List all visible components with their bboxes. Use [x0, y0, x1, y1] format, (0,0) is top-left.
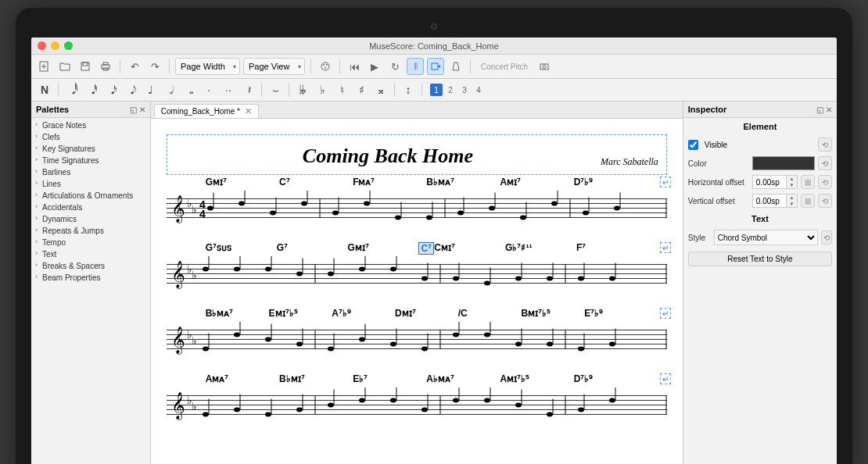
system-break-icon[interactable]: ↵ [660, 308, 671, 319]
print-button[interactable] [97, 58, 114, 75]
h-offset-input[interactable] [752, 175, 787, 189]
note-8th[interactable]: 𝅘𝅥𝅮 [122, 81, 139, 98]
palette-item[interactable]: Dynamics [31, 213, 150, 225]
chord-symbol[interactable]: G♭⁷♯¹¹ [505, 242, 576, 255]
new-file-button[interactable] [36, 58, 53, 75]
palette-item[interactable]: Repeats & Jumps [31, 225, 150, 237]
chord-symbol[interactable]: Fᴍᴀ⁷ [353, 177, 426, 187]
score-composer[interactable]: Marc Sabatella [601, 156, 658, 168]
chord-symbol[interactable]: Gᴍɪ⁷ [348, 242, 419, 255]
chord-symbol[interactable]: G⁷ [277, 242, 348, 255]
double-sharp-button[interactable]: 𝄪 [372, 81, 389, 98]
note-double-dot[interactable]: ·· [220, 81, 237, 98]
inspector-undock-icon[interactable]: ◱ [816, 105, 823, 114]
sharp-button[interactable]: ♯ [353, 81, 370, 98]
midi-input-button[interactable] [317, 58, 334, 75]
palette-item[interactable]: Breaks & Spacers [31, 260, 150, 272]
palette-item[interactable]: Articulations & Ornaments [31, 190, 150, 202]
visible-checkbox[interactable] [688, 140, 698, 150]
save-button[interactable] [77, 58, 94, 75]
undo-button[interactable]: ↶ [126, 58, 143, 75]
palette-item[interactable]: Lines [31, 178, 150, 190]
chord-symbol[interactable]: F⁷ [576, 242, 647, 255]
voice-2-button[interactable]: 2 [444, 84, 457, 96]
rest-button[interactable]: 𝄽 [239, 81, 256, 98]
double-flat-button[interactable]: 𝄫 [294, 81, 311, 98]
palette-item[interactable]: Accidentals [31, 202, 150, 213]
minimize-window-button[interactable] [51, 41, 59, 50]
flat-button[interactable]: ♭ [314, 81, 331, 98]
palette-item[interactable]: Barlines [31, 166, 150, 178]
palette-item[interactable]: Text [31, 248, 150, 260]
note-whole[interactable]: 𝅝 [181, 81, 198, 98]
v-offset-up[interactable]: ▲ [787, 195, 797, 201]
play-repeats-button[interactable]: ⦀ [407, 58, 424, 75]
voice-3-button[interactable]: 3 [458, 84, 471, 96]
zoom-window-button[interactable] [64, 41, 73, 50]
reset-v-button[interactable]: ⟲ [818, 194, 832, 208]
title-frame[interactable]: Coming Back Home Marc Sabatella [167, 134, 667, 175]
chord-symbol[interactable]: A♭ᴍᴀ⁷ [426, 373, 500, 384]
flip-button[interactable]: ↕ [400, 81, 417, 98]
system-break-icon[interactable]: ↵ [660, 373, 671, 384]
palette-item[interactable]: Tempo [31, 237, 150, 248]
reset-visible-button[interactable]: ⟲ [818, 137, 832, 152]
note-dot[interactable]: · [200, 81, 217, 98]
reset-h-button[interactable]: ⟲ [818, 175, 832, 189]
chord-symbol[interactable]: B♭ᴍᴀ⁷ [426, 177, 500, 187]
voice-1-button[interactable]: 1 [430, 84, 443, 96]
reset-color-button[interactable]: ⟲ [818, 156, 832, 170]
v-offset-input[interactable] [752, 194, 787, 208]
note-64th[interactable]: 𝅘𝅥𝅱 [63, 81, 81, 98]
h-offset-down[interactable]: ▼ [787, 182, 797, 188]
rewind-button[interactable]: ⏮ [346, 58, 363, 75]
palette-item[interactable]: Time Signatures [31, 155, 150, 166]
system-break-icon[interactable]: ↵ [660, 242, 671, 253]
chord-symbol[interactable]: B♭ᴍᴀ⁷ [206, 308, 269, 319]
inspector-close-icon[interactable]: ✕ [826, 105, 832, 114]
note-input-toggle[interactable]: N [36, 81, 53, 98]
h-offset-up[interactable]: ▲ [787, 176, 797, 182]
snap-h-button[interactable]: ⊞ [801, 175, 815, 189]
chord-symbol[interactable]: C⁷ [418, 242, 434, 255]
chord-symbol[interactable]: Cᴍɪ⁷ [434, 242, 505, 255]
image-capture-button[interactable] [536, 58, 553, 75]
chord-symbol[interactable]: Aᴍɪ⁷ [500, 177, 574, 187]
zoom-mode-select[interactable]: Page Width [175, 58, 240, 75]
document-tab[interactable]: Coming_Back_Home * ✕ [154, 104, 259, 118]
play-button[interactable]: ▶ [366, 58, 383, 75]
staff-system[interactable]: G⁷ꜱᴜꜱG⁷Gᴍɪ⁷C⁷Cᴍɪ⁷G♭⁷♯¹¹F⁷𝄞♭♭↵ [167, 256, 667, 294]
natural-button[interactable]: ♮ [333, 81, 350, 98]
loop-button[interactable]: ↻ [386, 58, 404, 75]
chord-symbol[interactable]: Dᴍɪ⁷ [395, 308, 458, 319]
chord-symbol[interactable]: Gᴍɪ⁷ [206, 177, 279, 187]
chord-symbol[interactable]: D⁷♭⁹ [574, 373, 647, 384]
palettes-close-icon[interactable]: ✕ [139, 105, 145, 114]
view-mode-select[interactable]: Page View [243, 58, 305, 75]
note-half[interactable]: 𝅗𝅥 [161, 81, 178, 98]
text-style-select[interactable]: Chord Symbol [714, 230, 819, 245]
chord-symbol[interactable]: Aᴍᴀ⁷ [206, 373, 279, 384]
score-title[interactable]: Coming Back Home [175, 145, 601, 168]
chord-symbol[interactable]: C⁷ [279, 177, 353, 187]
tie-button[interactable]: ⌣ [267, 81, 284, 98]
concert-pitch-button[interactable]: Concert Pitch [476, 58, 533, 75]
chord-symbol[interactable]: Eᴍɪ⁷♭⁵ [269, 308, 332, 319]
chord-symbol[interactable]: B♭ᴍɪ⁷ [279, 373, 353, 384]
chord-symbol[interactable]: A⁷♭⁹ [332, 308, 395, 319]
snap-v-button[interactable]: ⊞ [801, 194, 815, 208]
staff-system[interactable]: B♭ᴍᴀ⁷Eᴍɪ⁷♭⁵A⁷♭⁹Dᴍɪ⁷/CBᴍɪ⁷♭⁵E⁷♭⁹𝄞♭♭↵ [167, 322, 667, 360]
chord-symbol[interactable]: /C [458, 308, 522, 319]
chord-symbol[interactable]: Bᴍɪ⁷♭⁵ [521, 308, 584, 319]
chord-symbol[interactable]: Aᴍɪ⁷♭⁵ [500, 373, 574, 384]
score-canvas[interactable]: Coming Back Home Marc Sabatella Gᴍɪ⁷C⁷Fᴍ… [151, 119, 683, 464]
metronome-button[interactable] [447, 58, 464, 75]
chord-symbol[interactable]: E⁷♭⁹ [584, 308, 647, 319]
palette-item[interactable]: Beam Properties [31, 272, 150, 284]
open-file-button[interactable] [56, 58, 74, 75]
palette-item[interactable]: Clefs [31, 131, 150, 143]
voice-4-button[interactable]: 4 [472, 84, 485, 96]
note-16th[interactable]: 𝅘𝅥𝅯 [102, 81, 120, 98]
v-offset-down[interactable]: ▼ [787, 201, 797, 207]
pan-score-button[interactable] [427, 58, 444, 75]
